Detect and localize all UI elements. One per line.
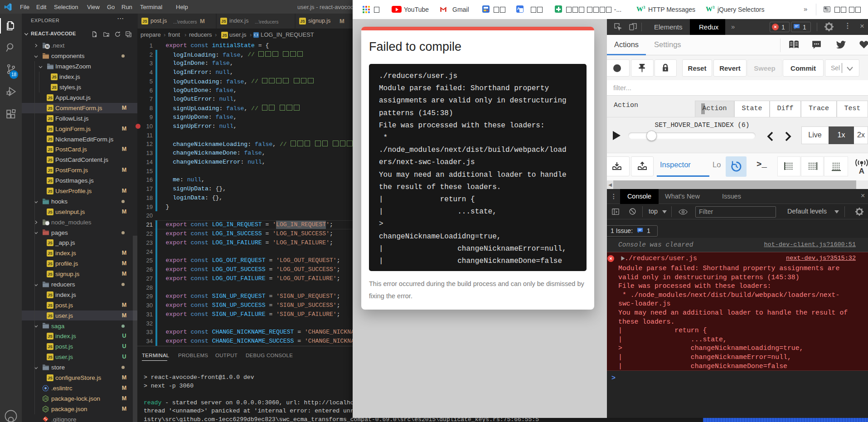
svg-text:JS: JS xyxy=(44,407,48,411)
svg-text:JS: JS xyxy=(44,397,48,400)
svg-text:A: A xyxy=(859,167,864,175)
